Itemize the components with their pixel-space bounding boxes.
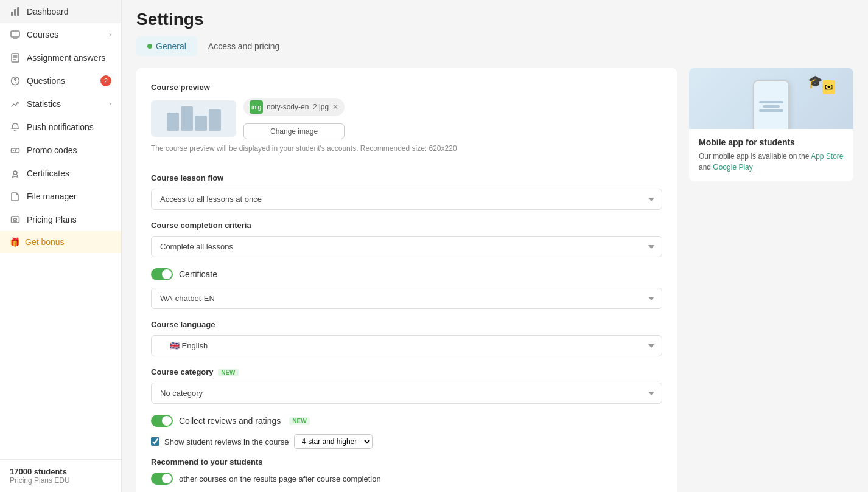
language-label: Course language xyxy=(151,320,662,329)
sidebar-item-label: Questions xyxy=(27,76,65,86)
recommend-header: Recommend to your students xyxy=(151,457,662,466)
preview-block xyxy=(209,109,221,131)
get-bonus-label: Get bonus xyxy=(25,237,65,247)
questions-badge: 2 xyxy=(100,75,111,86)
file-icon xyxy=(10,191,21,202)
reviews-new-badge: NEW xyxy=(289,417,309,425)
plan-label: Pricing Plans EDU xyxy=(10,476,111,485)
bell-icon xyxy=(10,122,21,133)
sidebar-item-pricing-plans[interactable]: Pricing Plans xyxy=(0,208,121,231)
phone-line xyxy=(759,109,783,112)
category-dropdown[interactable]: No category Business Technology Design xyxy=(151,383,662,404)
certificate-toggle[interactable] xyxy=(151,268,173,280)
certificate-label: Certificate xyxy=(179,269,217,279)
phone-mock xyxy=(753,80,789,129)
app-card-title: Mobile app for students xyxy=(699,137,844,147)
recommend-toggle-row: other courses on the results page after … xyxy=(151,473,662,485)
courses-icon xyxy=(10,29,21,40)
sidebar-item-label: Assignment answers xyxy=(27,53,105,63)
category-new-badge: NEW xyxy=(218,369,238,376)
chevron-right-icon: › xyxy=(109,100,111,108)
grad-cap-icon: 🎓 xyxy=(808,74,823,89)
language-dropdown[interactable]: 🇬🇧 English 🇪🇸 Spanish 🇫🇷 French xyxy=(151,335,662,356)
app-text-middle: and xyxy=(699,163,713,172)
content-row: Course preview img noty-sody-en_2.jpg ✕ xyxy=(136,68,853,492)
sidebar-item-dashboard[interactable]: Dashboard xyxy=(0,0,121,23)
sidebar-item-statistics[interactable]: Statistics › xyxy=(0,92,121,116)
promo-icon xyxy=(10,145,21,156)
tab-access-pricing-label: Access and pricing xyxy=(208,41,280,51)
lesson-flow-dropdown[interactable]: Access to all lessons at once Sequential… xyxy=(151,189,662,210)
questions-icon xyxy=(10,75,21,86)
phone-line xyxy=(759,101,783,103)
collect-reviews-toggle[interactable] xyxy=(151,415,173,427)
svg-point-8 xyxy=(13,150,14,151)
file-pill: img noty-sody-en_2.jpg ✕ xyxy=(243,98,345,116)
sidebar-item-push-notifications[interactable]: Push notifications xyxy=(0,116,121,139)
preview-block xyxy=(167,113,179,131)
pricing-icon xyxy=(10,214,21,225)
recommend-label: other courses on the results page after … xyxy=(179,474,381,483)
sidebar-item-label: Pricing Plans xyxy=(27,215,77,224)
tab-dot xyxy=(147,44,152,49)
lesson-flow-label: Course lesson flow xyxy=(151,173,662,182)
app-text-before: Our mobile app is available on the xyxy=(699,152,809,161)
sidebar: Dashboard Courses › Assignment answers Q… xyxy=(0,0,122,492)
sidebar-item-label: Courses xyxy=(27,30,58,40)
svg-point-9 xyxy=(13,171,17,175)
recommend-toggle[interactable] xyxy=(151,473,173,485)
image-row: img noty-sody-en_2.jpg ✕ Change image xyxy=(151,98,662,139)
certificate-dropdown-wrap: WA-chatbot-EN Default Certificate xyxy=(151,288,662,309)
show-reviews-label: Show student reviews in the course xyxy=(164,437,289,446)
sidebar-item-label: Promo codes xyxy=(27,145,77,155)
app-card: 🎓 ✉ Mobile app for students Our mobile a… xyxy=(689,68,853,181)
app-card-text: Our mobile app is available on the App S… xyxy=(699,151,844,173)
gift-icon: 🎁 xyxy=(10,237,20,247)
phone-screen xyxy=(754,81,788,129)
app-card-body: Mobile app for students Our mobile app i… xyxy=(689,129,853,181)
svg-rect-3 xyxy=(11,31,19,37)
svg-rect-1 xyxy=(14,9,16,16)
app-card-image: 🎓 ✉ xyxy=(689,68,853,129)
sidebar-item-promo-codes[interactable]: Promo codes xyxy=(0,139,121,162)
file-type-icon: img xyxy=(250,100,263,114)
preview-blocks xyxy=(163,103,225,134)
chevron-right-icon: › xyxy=(109,30,111,39)
certificate-dropdown[interactable]: WA-chatbot-EN Default Certificate xyxy=(151,288,662,309)
preview-block xyxy=(181,106,193,131)
sidebar-item-certificates[interactable]: Certificates xyxy=(0,162,121,185)
app-store-link[interactable]: App Store xyxy=(811,152,843,161)
close-icon[interactable]: ✕ xyxy=(332,103,338,111)
tab-general-label: General xyxy=(156,41,186,51)
sidebar-item-assignment-answers[interactable]: Assignment answers xyxy=(0,46,121,69)
sidebar-item-courses[interactable]: Courses › xyxy=(0,23,121,46)
course-preview-box xyxy=(151,100,236,137)
sidebar-item-label: File manager xyxy=(27,192,77,201)
course-completion-wrap: Course completion criteria Complete all … xyxy=(151,221,662,257)
completion-criteria-dropdown[interactable]: Complete all lessons Complete required l… xyxy=(151,236,662,257)
sidebar-item-questions[interactable]: Questions 2 xyxy=(0,69,121,92)
get-bonus-button[interactable]: 🎁 Get bonus xyxy=(0,231,121,253)
students-count: 17000 students xyxy=(10,467,111,476)
collect-reviews-row: Collect reviews and ratings NEW xyxy=(151,415,662,427)
course-category-wrap: Course category NEW No category Business… xyxy=(151,367,662,404)
star-select[interactable]: 4-star and higher 3-star and higher 5-st… xyxy=(294,434,373,449)
certificate-row: Certificate xyxy=(151,268,662,280)
tab-access-pricing[interactable]: Access and pricing xyxy=(197,36,291,56)
change-image-button[interactable]: Change image xyxy=(243,123,345,139)
phone-line xyxy=(763,105,780,108)
envelope-icon: ✉ xyxy=(822,80,835,94)
svg-rect-0 xyxy=(11,12,13,16)
assignment-icon xyxy=(10,52,21,63)
svg-rect-2 xyxy=(17,7,19,16)
google-play-link[interactable]: Google Play xyxy=(713,163,752,172)
sidebar-item-file-manager[interactable]: File manager xyxy=(0,185,121,208)
show-reviews-checkbox[interactable] xyxy=(151,437,159,446)
show-reviews-row: Show student reviews in the course 4-sta… xyxy=(151,434,662,449)
preview-block xyxy=(195,116,207,131)
course-lesson-flow-wrap: Course lesson flow Access to all lessons… xyxy=(151,173,662,210)
sidebar-bottom: 17000 students Pricing Plans EDU xyxy=(0,459,121,492)
tab-general[interactable]: General xyxy=(136,36,197,56)
course-preview-label: Course preview xyxy=(151,83,662,92)
cert-icon xyxy=(10,168,21,179)
